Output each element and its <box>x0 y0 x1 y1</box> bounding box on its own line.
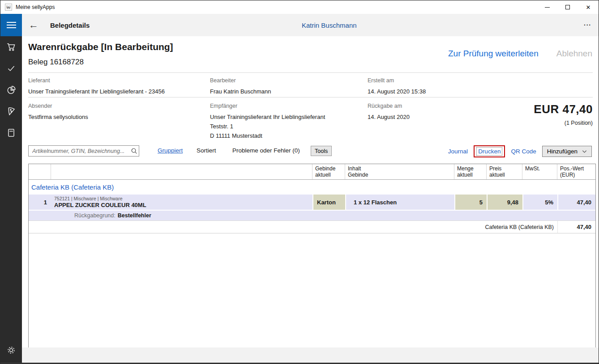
reason-label: Rückgabegrund: <box>74 212 116 219</box>
field-rueckgabe-am: Rückgabe am 14. August 2020 <box>368 103 502 122</box>
menge-cell[interactable]: 5 <box>454 195 487 210</box>
user-name-link[interactable]: Katrin Buschmann <box>302 21 357 29</box>
minimize-icon <box>545 7 550 8</box>
add-button[interactable]: Hinzufügen <box>542 146 592 157</box>
page-title: Belegdetails <box>50 21 90 29</box>
sidebar-item-offers[interactable] <box>0 101 22 122</box>
header-menge: Mengeaktuell <box>454 164 487 179</box>
minimize-button[interactable] <box>537 0 557 14</box>
field-erstellt-am: Erstellt am 14. August 2020 15:38 <box>368 77 502 96</box>
sidebar-item-cart[interactable] <box>0 36 22 58</box>
field-bearbeiter: Bearbeiter Frau Katrin Buschmann <box>210 77 362 96</box>
group-subtotal-row: Cafeteria KB (Cafeteria KB) 47,40 <box>29 220 595 233</box>
close-icon: ✕ <box>586 4 591 10</box>
header-preis: Preisaktuell <box>487 164 522 179</box>
pie-chart-icon <box>6 85 16 95</box>
check-icon <box>6 63 16 73</box>
back-button[interactable]: ← <box>29 20 39 30</box>
tools-button[interactable]: Tools <box>311 146 332 156</box>
field-absender: Absender Testfirma sellysolutions <box>28 103 205 122</box>
pos-wert-cell: 47,40 <box>557 195 595 210</box>
menu-button[interactable] <box>0 14 22 36</box>
gebinde-cell[interactable]: Karton <box>312 195 345 210</box>
header-article <box>51 164 312 179</box>
subtotal-label: Cafeteria KB (Cafeteria KB) <box>29 221 557 233</box>
header-pos-wert: Pos.-Wert(EUR) <box>557 164 595 179</box>
sidebar-item-catalog[interactable] <box>0 122 22 144</box>
positions-table: Gebindeaktuell InhaltGebinde Mengeaktuel… <box>28 164 596 348</box>
maximize-button[interactable] <box>557 0 578 14</box>
search-box <box>28 145 139 157</box>
mwst-cell: 5% <box>522 195 557 210</box>
pennant-icon <box>6 106 16 116</box>
appbar: ← Belegdetails Katrin Buschmann ··· <box>22 14 599 36</box>
filter-grouped[interactable]: Gruppiert <box>158 147 183 154</box>
row-number: 1 <box>29 195 51 210</box>
window-controls: ✕ <box>537 0 599 14</box>
titlebar: W Meine sellyApps ✕ <box>0 0 599 14</box>
article-name: APPEL ZUCKER COULEUR 40ML <box>54 202 146 209</box>
subtotal-value: 47,40 <box>557 221 595 233</box>
gear-icon <box>6 345 16 355</box>
print-highlight-box: Drucken <box>474 145 505 157</box>
sidebar-item-statistics[interactable] <box>0 79 22 101</box>
book-icon <box>6 128 16 138</box>
table-header-row: Gebindeaktuell InhaltGebinde Mengeaktuel… <box>29 164 595 180</box>
maximize-icon <box>565 5 570 9</box>
header-rownum <box>29 164 51 179</box>
header-gebinde: Gebindeaktuell <box>312 164 345 179</box>
filter-problems[interactable]: Probleme oder Fehler (0) <box>232 147 300 154</box>
divider <box>28 97 593 97</box>
group-header[interactable]: Cafeteria KB (Cafeteria KB) <box>29 180 595 195</box>
sidebar-item-settings[interactable] <box>0 339 22 361</box>
window-title: Meine sellyApps <box>16 4 55 10</box>
footer-strip <box>22 347 599 363</box>
total-amount: EUR 47,40 <box>534 102 593 116</box>
search-input[interactable] <box>29 148 129 154</box>
return-reason-row: Rückgabegrund: Bestellfehler <box>29 210 595 220</box>
position-toolbar: Gruppiert Sortiert Probleme oder Fehler … <box>22 145 599 157</box>
qr-code-link[interactable]: QR Code <box>511 148 536 155</box>
chevron-down-icon <box>582 150 587 153</box>
document-title: Warenrückgabe [In Bearbeitung] <box>28 42 173 52</box>
article-meta: 752121 | Mischware | Mischware <box>54 196 123 202</box>
filter-sorted[interactable]: Sortiert <box>197 147 216 154</box>
document-total: EUR 47,40 (1 Position) <box>534 102 593 126</box>
close-button[interactable]: ✕ <box>578 0 599 14</box>
taskbar-edge <box>0 363 599 364</box>
header-mwst: MwSt. <box>522 164 557 179</box>
position-count: (1 Position) <box>534 120 593 126</box>
position-row[interactable]: 1 752121 | Mischware | Mischware APPEL Z… <box>29 195 595 210</box>
app-window: W Meine sellyApps ✕ ← Belegdetails Katri… <box>0 0 599 364</box>
reason-value: Bestellfehler <box>118 212 151 219</box>
hamburger-icon <box>7 22 16 23</box>
toolbar-right: Journal Drucken QR Code Hinzufügen <box>448 145 592 157</box>
app-logo-icon: W <box>5 4 12 11</box>
sidebar-item-tasks[interactable] <box>0 58 22 79</box>
search-icon[interactable] <box>129 148 139 154</box>
forward-for-review-button[interactable]: Zur Prüfung weiterleiten <box>448 49 539 59</box>
main-content: Warenrückgabe [In Bearbeitung] Beleg 161… <box>22 36 599 364</box>
divider <box>28 72 593 73</box>
journal-link[interactable]: Journal <box>448 148 468 155</box>
inhalt-cell: 1 x 12 Flaschen <box>345 195 454 210</box>
reject-button[interactable]: Ablehnen <box>556 49 592 59</box>
print-link[interactable]: Drucken <box>477 148 502 155</box>
preis-cell[interactable]: 9,48 <box>487 195 522 210</box>
document-actions: Zur Prüfung weiterleiten Ablehnen <box>448 49 592 59</box>
field-lieferant: Lieferant Unser Trainingslieferant Ihr L… <box>28 77 205 96</box>
article-cell: 752121 | Mischware | Mischware APPEL ZUC… <box>51 195 312 210</box>
header-inhalt: InhaltGebinde <box>345 164 454 179</box>
cart-icon <box>6 42 16 52</box>
more-options-button[interactable]: ··· <box>584 21 591 29</box>
field-empfaenger: Empfänger Unser Trainingslieferant Ihr L… <box>210 103 362 140</box>
document-number: Beleg 16168728 <box>28 58 84 67</box>
sidebar <box>0 36 22 364</box>
